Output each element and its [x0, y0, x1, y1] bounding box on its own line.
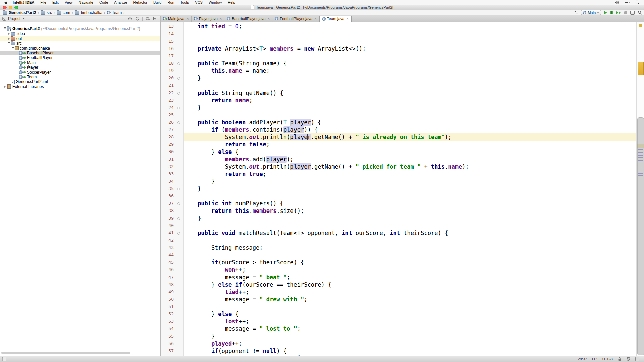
- line-number[interactable]: 19: [161, 67, 174, 74]
- run-configuration-select[interactable]: Main: [581, 10, 601, 15]
- settings-gear-icon[interactable]: [146, 17, 150, 21]
- tree-item-genericspart2[interactable]: GenericsPart2(~/Documents/Programs/JavaP…: [0, 26, 160, 31]
- code-line[interactable]: 33 return true;: [161, 170, 636, 178]
- fold-marker-icon[interactable]: [177, 232, 180, 235]
- code-line[interactable]: 27 if (members.contains(player)) {: [161, 126, 636, 133]
- line-number[interactable]: 52: [161, 310, 174, 318]
- search-everywhere-icon[interactable]: [638, 10, 642, 15]
- stop-button[interactable]: [624, 11, 627, 14]
- close-tab-icon[interactable]: ×: [220, 17, 222, 21]
- line-number[interactable]: 54: [161, 325, 174, 333]
- code-line[interactable]: 19 this.name = name;: [161, 67, 636, 74]
- code-line[interactable]: 30 } else {: [161, 148, 636, 156]
- line-number[interactable]: 42: [161, 237, 174, 244]
- tree-item-out[interactable]: out: [0, 36, 160, 41]
- window-tool-icon[interactable]: [630, 11, 635, 15]
- line-number[interactable]: 55: [161, 333, 174, 340]
- line-number[interactable]: 48: [161, 281, 174, 288]
- fold-marker-icon[interactable]: [177, 121, 180, 124]
- code-line[interactable]: 44: [161, 251, 636, 259]
- code-line[interactable]: 50 message = " drew with ";: [161, 296, 636, 303]
- tab-main-java[interactable]: Main.java×: [161, 15, 192, 22]
- code-line[interactable]: 26 public boolean addPlayer(T player) {: [161, 119, 636, 126]
- code-line[interactable]: 45 if(ourScore > theirScore) {: [161, 259, 636, 266]
- line-number[interactable]: 38: [161, 207, 174, 215]
- line-separator-widget[interactable]: LF:: [592, 357, 597, 361]
- tree-item-main[interactable]: Main: [0, 60, 160, 65]
- line-number[interactable]: 37: [161, 200, 174, 207]
- tree-item-team[interactable]: Team: [0, 75, 160, 79]
- line-number[interactable]: 35: [161, 185, 174, 192]
- line-number[interactable]: 20: [161, 74, 174, 82]
- code-line[interactable]: 52 } else {: [161, 310, 636, 318]
- menu-item-build[interactable]: Build: [150, 0, 164, 4]
- tab-baseballplayer-java[interactable]: BaseballPlayer.java×: [224, 15, 272, 22]
- menu-item-navigate[interactable]: Navigate: [76, 0, 96, 4]
- chevron-right-icon[interactable]: [3, 84, 7, 89]
- chevron-right-icon[interactable]: [7, 36, 11, 41]
- tab-team-java[interactable]: Team.java×: [319, 15, 352, 22]
- tree-item--idea[interactable]: .idea: [0, 31, 160, 36]
- code-line[interactable]: 34 }: [161, 178, 636, 185]
- code-line[interactable]: 46 won++;: [161, 266, 636, 274]
- code-line[interactable]: 24 }: [161, 104, 636, 111]
- line-number[interactable]: 34: [161, 178, 174, 185]
- close-tab-icon[interactable]: ×: [268, 17, 270, 21]
- updown-arrows-icon[interactable]: [574, 11, 578, 15]
- code-line[interactable]: 23 return name;: [161, 97, 636, 104]
- line-number[interactable]: 14: [161, 30, 174, 38]
- line-number[interactable]: 53: [161, 318, 174, 325]
- breadcrumb-item-com[interactable]: com: [57, 10, 70, 15]
- code-line[interactable]: 21: [161, 82, 636, 89]
- tree-item-baseballplayer[interactable]: BaseballPlayer: [0, 51, 160, 55]
- breadcrumb-item-genericspart2[interactable]: GenericsPart2: [3, 10, 36, 15]
- line-number[interactable]: 41: [161, 229, 174, 237]
- line-number[interactable]: 49: [161, 288, 174, 296]
- code-line[interactable]: 13 int tied = 0;: [161, 23, 636, 30]
- line-number[interactable]: 21: [161, 82, 174, 89]
- hector-inspector-icon[interactable]: [626, 357, 630, 361]
- code-line[interactable]: 17: [161, 52, 636, 60]
- chevron-right-icon[interactable]: [7, 31, 11, 36]
- tree-item-footballplayer[interactable]: FootballPlayer: [0, 55, 160, 60]
- fold-marker-icon[interactable]: [177, 62, 180, 65]
- fold-marker-icon[interactable]: [177, 188, 180, 190]
- code-line[interactable]: 20 }: [161, 74, 636, 82]
- code-editor[interactable]: 13 int tied = 0;141516 private ArrayList…: [161, 22, 636, 356]
- fold-marker-icon[interactable]: [177, 77, 180, 80]
- line-number[interactable]: 27: [161, 126, 174, 133]
- fold-marker-icon[interactable]: [177, 92, 180, 95]
- line-number[interactable]: 47: [161, 274, 174, 281]
- line-number[interactable]: 16: [161, 45, 174, 52]
- code-line[interactable]: 35 }: [161, 185, 636, 192]
- line-number[interactable]: 17: [161, 52, 174, 60]
- menu-item-tools[interactable]: Tools: [177, 0, 192, 4]
- collapse-all-icon[interactable]: [135, 17, 139, 21]
- lock-icon[interactable]: [618, 357, 621, 361]
- line-number[interactable]: 33: [161, 170, 174, 178]
- code-line[interactable]: 22 public String getName() {: [161, 89, 636, 97]
- line-number[interactable]: 50: [161, 296, 174, 303]
- code-line[interactable]: 14: [161, 30, 636, 38]
- close-tab-icon[interactable]: ×: [346, 17, 348, 21]
- code-line[interactable]: 15: [161, 38, 636, 45]
- code-line[interactable]: 49 tied++;: [161, 288, 636, 296]
- tree-item-genericspart2-iml[interactable]: GenericsPart2.iml: [0, 79, 160, 84]
- code-line[interactable]: 56 played++;: [161, 340, 636, 347]
- code-line[interactable]: 37 public int numPlayers() {: [161, 200, 636, 207]
- code-line[interactable]: 53 lost++;: [161, 318, 636, 325]
- code-line[interactable]: 41 public void matchResult(Team<T> oppon…: [161, 229, 636, 237]
- warning-marker[interactable]: [638, 62, 644, 75]
- code-line[interactable]: 28 System.out.println(player.getName() +…: [161, 133, 636, 141]
- code-line[interactable]: 40: [161, 222, 636, 229]
- menu-item-vcs[interactable]: VCS: [192, 0, 206, 4]
- code-line[interactable]: 36: [161, 192, 636, 200]
- line-number[interactable]: 39: [161, 215, 174, 222]
- breadcrumb-item-timbuchalka[interactable]: timbuchalka: [75, 10, 102, 15]
- hide-panel-icon[interactable]: [153, 17, 157, 21]
- breadcrumb-item-src[interactable]: src: [41, 10, 52, 15]
- code-line[interactable]: 54 message = " lost to ";: [161, 325, 636, 333]
- tree-item-soccerplayer[interactable]: SoccerPlayer: [0, 70, 160, 75]
- close-tab-icon[interactable]: ×: [314, 17, 316, 21]
- line-number[interactable]: 13: [161, 23, 174, 30]
